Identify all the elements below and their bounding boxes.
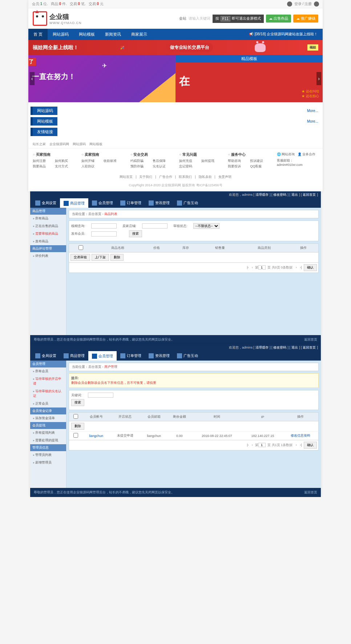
footer-link[interactable]: [201, 164, 221, 169]
top-action-link[interactable]: 返回首页: [303, 346, 316, 349]
top-action-link[interactable]: 退出: [291, 193, 298, 196]
pager-input[interactable]: [258, 265, 266, 270]
sidebar-item[interactable]: 正常会员: [30, 400, 66, 408]
admin-tab[interactable]: 订单管理: [117, 351, 145, 361]
select-all-checkbox[interactable]: [78, 245, 83, 250]
promo-banner[interactable]: 福娃网全新上线啦！ 🎉 做专业站长交易平台 福娃: [28, 40, 323, 55]
action-button[interactable]: 交易审核: [70, 254, 90, 261]
footer-link[interactable]: 如何购买: [55, 159, 74, 163]
admin-tab[interactable]: 订单管理: [117, 198, 145, 208]
top-action-link[interactable]: 清理缓存: [255, 346, 269, 349]
pager-prev[interactable]: ‹: [252, 443, 253, 447]
select-all-checkbox[interactable]: [73, 414, 78, 419]
promote-button[interactable]: 推广赚钱: [293, 15, 318, 23]
sidebar-item[interactable]: 所有提现列表: [30, 429, 66, 437]
footer-link[interactable]: 投诉建议: [250, 159, 269, 163]
admin-tab[interactable]: 全局设置: [32, 351, 60, 361]
top-action-link[interactable]: 返回首页: [303, 193, 316, 196]
sidebar-item[interactable]: 所有商品: [30, 215, 66, 222]
pager-next[interactable]: ›: [296, 266, 297, 269]
bottom-link[interactable]: 免责声明: [218, 175, 231, 179]
sidebar-item[interactable]: 需要审核的商品: [30, 230, 66, 238]
member-link[interactable]: liangchun: [89, 434, 103, 438]
pager-prev[interactable]: ‹: [252, 266, 253, 269]
footer-link[interactable]: 如何充值: [179, 159, 198, 163]
action-button[interactable]: 上/下架: [92, 254, 109, 261]
carousel-next[interactable]: ›: [316, 72, 321, 85]
footer-link[interactable]: 实名认证: [153, 164, 172, 169]
carousel-prev[interactable]: ‹: [30, 72, 35, 85]
pager-next[interactable]: ›: [296, 443, 297, 447]
footer-link[interactable]: 如何注册: [33, 159, 52, 163]
nav-item[interactable]: 网站模板: [74, 29, 100, 40]
pager-last[interactable]: ›|: [300, 266, 302, 269]
search-button[interactable]: 搜索: [71, 399, 84, 406]
footer-link[interactable]: 忘记密码: [179, 164, 198, 169]
footer-link[interactable]: 售后保障: [153, 159, 172, 163]
top-action-link[interactable]: 清理缓存: [255, 193, 269, 196]
pager-input[interactable]: [258, 443, 266, 447]
pager-first[interactable]: |‹: [247, 266, 249, 269]
filter-input[interactable]: [142, 223, 168, 228]
footer-home-link[interactable]: 返回首页: [304, 490, 317, 495]
link-item[interactable]: 企业猫源码网: [49, 142, 69, 146]
sidebar-item[interactable]: 需要处理的提现: [30, 437, 66, 444]
nav-item[interactable]: 网站源码: [48, 29, 74, 40]
edit-link[interactable]: 修改信息资料: [291, 434, 310, 437]
nav-item[interactable]: 首 页: [28, 29, 48, 40]
footer-link[interactable]: 我要商品: [33, 164, 52, 169]
search-button[interactable]: 搜索: [129, 230, 142, 237]
pager-go[interactable]: 确认: [304, 264, 317, 271]
top-action-link[interactable]: 退出: [291, 346, 298, 349]
more-link[interactable]: More...: [307, 109, 318, 113]
admin-tab[interactable]: 会员管理: [88, 351, 117, 361]
pager-go[interactable]: 确认: [304, 442, 317, 449]
filter-input[interactable]: [91, 231, 117, 236]
sidebar-item[interactable]: 添加资金清单: [30, 414, 66, 422]
admin-tab[interactable]: 会员管理: [88, 198, 117, 208]
sell-button[interactable]: 出售作品: [266, 15, 291, 23]
footer-link[interactable]: 收款标准: [104, 159, 123, 163]
sidebar-item[interactable]: 管理员列表: [30, 451, 66, 459]
pager-first[interactable]: |‹: [247, 443, 249, 447]
filter-input[interactable]: [91, 223, 117, 228]
top-action-link[interactable]: 修改密码: [273, 346, 286, 349]
footer-link[interactable]: 如何提现: [201, 159, 221, 163]
footer-link[interactable]: [104, 164, 123, 169]
admin-tab[interactable]: 资讯管理: [145, 198, 173, 208]
link-item[interactable]: 网站源码: [73, 142, 86, 146]
sidebar-item[interactable]: 评价列表: [30, 252, 66, 260]
filter-input[interactable]: [88, 393, 113, 398]
bottom-link[interactable]: 隐私条款: [199, 175, 212, 179]
footer-link[interactable]: 支付方式: [55, 164, 74, 169]
sidebar-item[interactable]: 等待审核的实名认证: [30, 387, 66, 400]
admin-tab[interactable]: 广告互动: [173, 198, 202, 208]
sidebar-item[interactable]: 等待审核的开店申请: [30, 375, 66, 387]
footer-link[interactable]: 预防诈骗: [130, 164, 150, 169]
bottom-link[interactable]: 关于我们: [139, 175, 152, 179]
carousel-slide-right[interactable]: 精品模板 在 还在纠结 还在担心: [176, 55, 323, 102]
sidebar-item[interactable]: 所有会员: [30, 367, 66, 375]
action-button[interactable]: 删除: [110, 254, 124, 261]
sidebar-item[interactable]: 发布商品: [30, 238, 66, 245]
row-checkbox[interactable]: [73, 433, 78, 438]
admin-tab[interactable]: 资讯管理: [145, 351, 173, 361]
admin-tab[interactable]: 商品管理: [60, 198, 88, 208]
more-link[interactable]: More...: [307, 119, 318, 123]
bottom-link[interactable]: 广告合作: [159, 175, 172, 179]
pager-last[interactable]: ›|: [300, 443, 302, 447]
bottom-link[interactable]: 联系我们: [179, 175, 192, 179]
carousel-slide-left[interactable]: 了 ✈ 一直在努力！: [28, 55, 176, 102]
footer-link[interactable]: 我要投诉: [228, 164, 247, 169]
search-scope[interactable]: 全站: [179, 16, 186, 21]
login-link[interactable]: 登录 / 注册: [294, 1, 312, 7]
nav-item[interactable]: 商家展示: [126, 29, 152, 40]
admin-tab[interactable]: 广告互动: [173, 351, 202, 361]
nav-item[interactable]: 新闻资讯: [100, 29, 126, 40]
admin-tab[interactable]: 全局设置: [32, 198, 60, 208]
sidebar-item[interactable]: 新增管理员: [30, 459, 66, 466]
footer-home-link[interactable]: 返回首页: [304, 337, 317, 342]
bottom-link[interactable]: 网站首页: [120, 175, 133, 179]
admin-tab[interactable]: 商品管理: [60, 351, 88, 361]
footer-link[interactable]: 如何开铺: [81, 159, 101, 163]
